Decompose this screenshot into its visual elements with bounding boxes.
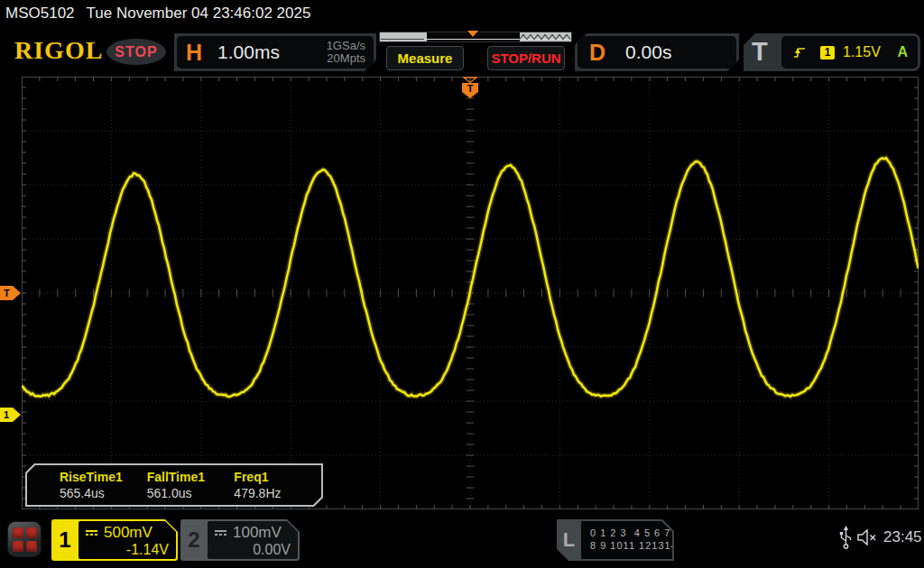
graticule: T (22, 77, 919, 509)
usb-icon (839, 526, 853, 551)
memory-offscreen-right (520, 32, 571, 41)
measurement-value: 479.8Hz (234, 485, 321, 501)
channel1-scale: 500mV (104, 524, 152, 541)
measurement-item: FallTime1 561.0us (147, 470, 235, 505)
memory-offscreen-left (380, 32, 427, 41)
trigger-mode-indicator: A (897, 44, 908, 60)
menu-grid-icon[interactable] (7, 521, 42, 557)
measurement-value: 561.0us (147, 485, 235, 501)
measurement-item: RiseTime1 565.4us (60, 470, 147, 505)
horizontal-timebase-box[interactable]: H 1.00ms 1GSa/s 20Mpts (174, 33, 376, 71)
system-datetime: Tue November 04 23:46:02 2025 (87, 5, 311, 23)
sample-rate: 1GSa/s (327, 40, 365, 52)
timebase-value: 1.00ms (217, 41, 280, 63)
measure-button[interactable]: Measure (386, 46, 464, 70)
channel1-ground-marker-label: 1 (4, 409, 9, 420)
clock-time[interactable]: 23:45 (883, 528, 922, 546)
delay-label: D (589, 40, 605, 66)
logic-row-1: 0 1 2 3 4 5 6 7 (590, 527, 672, 539)
logic-label: L (557, 519, 581, 561)
channel2-offset: 0.00V (215, 541, 291, 558)
channel1-offset: -1.14V (86, 541, 169, 558)
rigol-logo: RIGOL (14, 36, 103, 65)
logic-row-2: 8 9 1011 12131415 (590, 539, 672, 552)
memory-depth: 20Mpts (327, 52, 365, 65)
measurement-panel[interactable]: RiseTime1 565.4us FallTime1 561.0us Freq… (25, 463, 323, 507)
top-status-bar: MSO5102 Tue November 04 23:46:02 2025 (0, 0, 924, 27)
delay-box[interactable]: D 0.00s (575, 33, 739, 71)
svg-text:T: T (467, 83, 474, 94)
channel1-box[interactable]: 1 500mV -1.14V (51, 519, 178, 561)
trigger-box[interactable]: T 1 1.15V A (744, 33, 920, 71)
trigger-slope-icon (793, 46, 807, 60)
dc-coupling-icon (86, 530, 97, 536)
trigger-level-value: 1.15V (843, 44, 881, 60)
stop-run-button[interactable]: STOP/RUN (487, 46, 565, 70)
waveform-trace (22, 158, 919, 397)
header-bar: RIGOL STOP H 1.00ms 1GSa/s 20Mpts Measur… (0, 27, 924, 75)
channel2-scale: 100mV (233, 524, 282, 541)
horizontal-label: H (186, 40, 202, 66)
model-name: MSO5102 (5, 5, 75, 23)
speaker-muted-icon[interactable] (857, 529, 879, 545)
channel2-tab: 2 (180, 519, 208, 561)
run-state-badge[interactable]: STOP (106, 39, 166, 65)
channel1-ground-marker[interactable]: 1 (0, 408, 21, 422)
bottom-bar: 1 500mV -1.14V 2 100mV 0.00V L 0 1 2 3 4… (0, 514, 924, 568)
measurement-label: RiseTime1 (60, 470, 147, 485)
trigger-level-marker-label: T (4, 288, 10, 298)
measurement-value: 565.4us (60, 485, 147, 501)
memory-position-bar (379, 31, 572, 43)
channel1-tab: 1 (51, 519, 79, 561)
channel2-box[interactable]: 2 100mV 0.00V (180, 519, 300, 561)
trigger-label: T (752, 37, 768, 67)
dc-coupling-icon (215, 530, 226, 536)
delay-value: 0.00s (625, 41, 671, 63)
measurement-item: Freq1 479.8Hz (234, 470, 321, 505)
trigger-source-badge: 1 (820, 46, 835, 60)
measurement-label: Freq1 (234, 470, 321, 485)
logic-channels-box[interactable]: L 0 1 2 3 4 5 6 7 8 9 1011 12131415 (557, 519, 674, 561)
measurement-label: FallTime1 (147, 470, 235, 485)
trigger-level-marker[interactable]: T (0, 286, 21, 300)
oscilloscope-screen: { "top_bar": { "model": "MSO5102", "date… (0, 0, 924, 568)
